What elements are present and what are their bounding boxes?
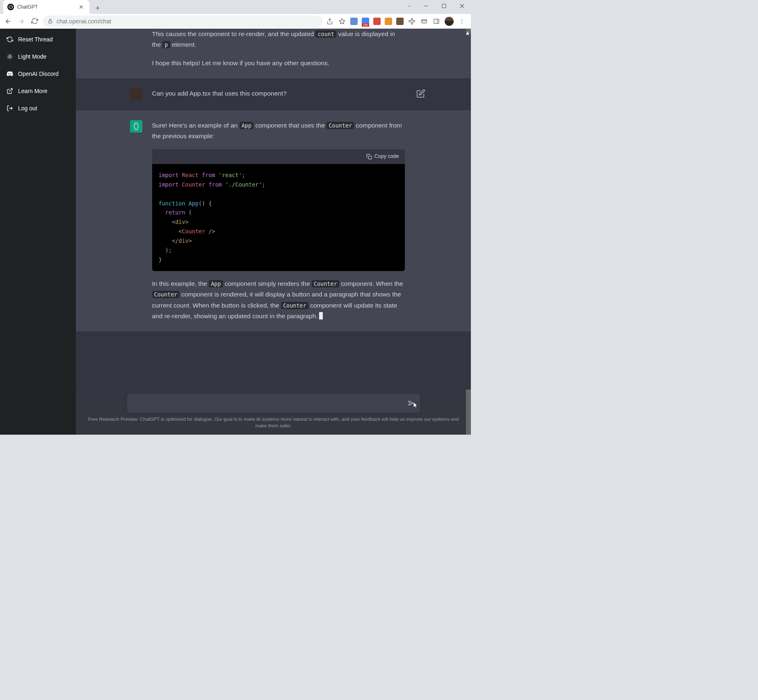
- logout-icon: [7, 105, 13, 112]
- svg-rect-7: [434, 19, 439, 23]
- browser-toolbar: chat.openai.com/chat 14h ⋮: [0, 14, 471, 29]
- inline-code: count: [315, 30, 336, 38]
- inline-code: p: [162, 41, 170, 48]
- tab-close-button[interactable]: ✕: [77, 3, 85, 11]
- back-button[interactable]: [3, 16, 13, 26]
- svg-rect-1: [424, 6, 428, 6]
- code-content: import React from 'react'; import Counte…: [152, 164, 405, 271]
- sidebar-item-light-mode[interactable]: Light Mode: [2, 48, 73, 65]
- typing-cursor: [319, 312, 323, 319]
- tab-strip: ChatGPT ✕ +: [0, 0, 471, 14]
- tab-search-button[interactable]: [402, 0, 417, 12]
- scroll-up-button[interactable]: ▴: [466, 29, 471, 34]
- url-text: chat.openai.com/chat: [57, 18, 111, 25]
- external-link-icon: [7, 88, 13, 94]
- sidebar-item-discord[interactable]: OpenAI Discord: [2, 66, 73, 82]
- sidebar-item-label: Light Mode: [18, 53, 46, 60]
- inline-code: Counter: [152, 291, 180, 298]
- footer-disclaimer: Free Research Preview: ChatGPT is optimi…: [76, 413, 471, 431]
- inline-code: App: [240, 122, 253, 129]
- sidebar-item-label: Log out: [18, 105, 37, 112]
- extension-icon[interactable]: [385, 18, 392, 25]
- input-area: Free Research Preview: ChatGPT is optimi…: [76, 387, 471, 435]
- reload-button[interactable]: [30, 16, 39, 26]
- sidebar-item-label: Learn More: [18, 88, 48, 94]
- user-avatar: [130, 88, 142, 100]
- extension-icon[interactable]: [350, 18, 358, 25]
- sidebar-item-learn-more[interactable]: Learn More: [2, 83, 73, 99]
- extension-icon[interactable]: [373, 18, 381, 25]
- code-block: Copy code import React from 'react'; imp…: [152, 149, 405, 271]
- refresh-icon: [7, 36, 13, 43]
- window-maximize-button[interactable]: [435, 0, 453, 11]
- edit-message-button[interactable]: [416, 89, 425, 98]
- user-message: Can you add App.tsx that uses this compo…: [152, 88, 421, 100]
- sidepanel-button[interactable]: [432, 17, 441, 25]
- svg-rect-3: [49, 21, 52, 23]
- inline-code: Counter: [281, 302, 308, 309]
- bookmark-icon[interactable]: [338, 17, 346, 25]
- extension-icon[interactable]: [396, 18, 404, 25]
- copy-code-button[interactable]: Copy code: [366, 152, 399, 161]
- svg-point-9: [9, 55, 11, 57]
- chrome-menu-button[interactable]: ⋮: [458, 17, 466, 25]
- assistant-message: Sure! Here's an example of an App compon…: [152, 120, 421, 321]
- tab-favicon: [7, 4, 14, 10]
- message-input[interactable]: [127, 394, 420, 413]
- sidebar-item-reset-thread[interactable]: Reset Thread: [2, 31, 73, 48]
- tab-title: ChatGPT: [17, 4, 77, 10]
- share-icon[interactable]: [326, 17, 334, 25]
- sun-icon: [7, 53, 13, 60]
- window-close-button[interactable]: [453, 0, 471, 11]
- svg-rect-2: [442, 4, 446, 8]
- lock-icon: [48, 18, 53, 24]
- send-button[interactable]: [408, 399, 415, 407]
- address-bar[interactable]: chat.openai.com/chat: [43, 16, 322, 27]
- sidebar-item-label: Reset Thread: [18, 36, 53, 43]
- window-minimize-button[interactable]: [417, 0, 435, 11]
- assistant-message: This causes the component to re-render, …: [152, 29, 421, 68]
- profile-avatar[interactable]: [445, 17, 454, 26]
- svg-marker-4: [339, 18, 345, 24]
- browser-tab[interactable]: ChatGPT ✕: [3, 0, 89, 14]
- svg-rect-5: [422, 20, 427, 23]
- extensions-button[interactable]: [408, 17, 416, 25]
- chat-thread[interactable]: This causes the component to re-render, …: [76, 29, 471, 387]
- scrollbar-thumb[interactable]: [466, 390, 471, 435]
- main-content: ▴ This causes the component to re-render…: [76, 29, 471, 435]
- sidebar-item-label: OpenAI Discord: [18, 71, 59, 77]
- sidebar: Reset Thread Light Mode OpenAI Discord L…: [0, 29, 76, 435]
- svg-rect-10: [368, 156, 372, 159]
- sidebar-item-logout[interactable]: Log out: [2, 100, 73, 116]
- inline-code: Counter: [312, 280, 339, 287]
- assistant-avatar: [130, 120, 142, 132]
- extension-icon[interactable]: 14h: [362, 18, 369, 25]
- forward-button[interactable]: [16, 16, 26, 26]
- inline-code: App: [209, 280, 223, 287]
- media-button[interactable]: [420, 17, 428, 25]
- discord-icon: [7, 71, 13, 77]
- inline-code: Counter: [326, 122, 354, 129]
- new-tab-button[interactable]: +: [92, 2, 103, 14]
